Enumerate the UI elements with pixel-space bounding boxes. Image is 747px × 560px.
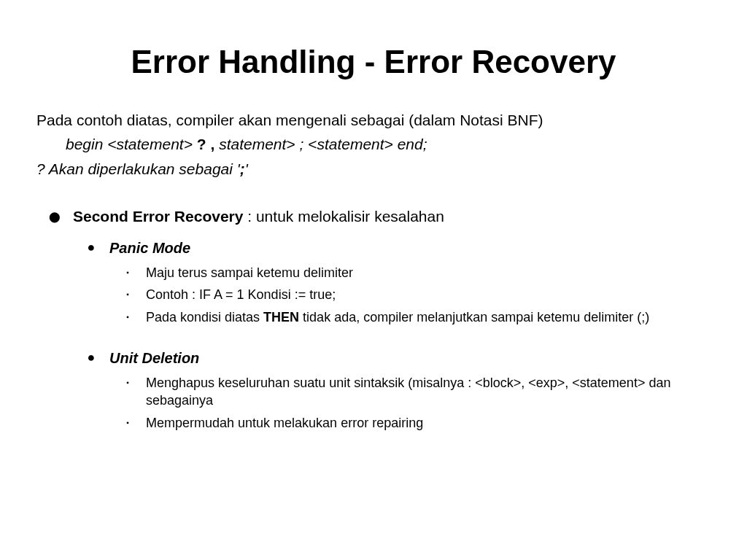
question-part3: ' — [245, 160, 248, 177]
bullet-icon: ▪ — [109, 264, 146, 281]
bullet-icon: ● — [73, 348, 109, 367]
bullet-icon: ▪ — [109, 414, 146, 432]
question-text: ? Akan diperlakukan sebagai ';' — [36, 158, 711, 179]
list-item-sub: ● Unit Deletion — [36, 348, 711, 368]
slide-body: Pada contoh diatas, compiler akan mengen… — [36, 109, 711, 432]
bullet-icon: ▪ — [109, 308, 146, 326]
list-item-subsub: ▪ Contoh : IF A = 1 Kondisi := true; — [36, 286, 711, 303]
list-item-main: ⬤ Second Error Recovery : untuk melokali… — [36, 206, 711, 228]
main-bold: Second Error Recovery — [73, 208, 243, 225]
subsub-text: Contoh : IF A = 1 Kondisi := true; — [146, 286, 711, 303]
list-item-subsub: ▪ Menghapus keseluruhan suatu unit sinta… — [36, 374, 711, 410]
subsub-text: Pada kondisi diatas THEN tidak ada, comp… — [146, 308, 711, 326]
slide-title: Error Handling - Error Recovery — [36, 44, 711, 80]
bnf-part1: begin <statement> — [66, 136, 197, 152]
question-part2: ; — [240, 160, 245, 177]
list-item-subsub: ▪ Maju terus sampai ketemu delimiter — [36, 264, 711, 281]
question-part1: ? Akan diperlakukan sebagai ' — [36, 160, 240, 177]
subsub-suffix: tidak ada, compiler melanjutkan sampai k… — [299, 310, 649, 324]
main-rest: : untuk melokalisir kesalahan — [243, 208, 444, 225]
subsub-text: Maju terus sampai ketemu delimiter — [146, 264, 711, 281]
list-item-subsub: ▪ Mempermudah untuk melakukan error repa… — [36, 414, 711, 432]
list-item-text: Second Error Recovery : untuk melokalisi… — [73, 206, 711, 227]
list-item-sub: ● Panic Mode — [36, 238, 711, 258]
bullet-icon: ▪ — [109, 286, 146, 303]
sub-title: Panic Mode — [109, 238, 711, 258]
intro-text: Pada contoh diatas, compiler akan mengen… — [36, 109, 711, 131]
bullet-icon: ● — [73, 238, 109, 257]
subsub-text: Menghapus keseluruhan suatu unit sintaks… — [146, 374, 711, 410]
bullet-icon: ⬤ — [36, 206, 73, 228]
subsub-text: Mempermudah untuk melakukan error repair… — [146, 414, 711, 432]
bnf-notation: begin <statement> ? , statement> ; <stat… — [36, 133, 711, 155]
bnf-part2: ? , — [197, 136, 215, 152]
bullet-icon: ▪ — [109, 374, 146, 392]
bnf-part3: statement> ; <statement> end; — [214, 136, 427, 152]
list-item-subsub: ▪ Pada kondisi diatas THEN tidak ada, co… — [36, 308, 711, 326]
subsub-prefix: Pada kondisi diatas — [146, 310, 263, 324]
subsub-bold: THEN — [263, 310, 299, 324]
sub-title: Unit Deletion — [109, 348, 711, 368]
